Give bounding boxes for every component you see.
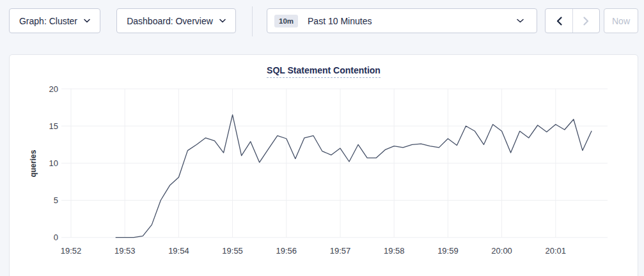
chart-panel: SQL Statement Contention 0510152019:5219…: [9, 54, 638, 276]
time-range-label: Past 10 Minutes: [308, 16, 372, 26]
toolbar-divider: [252, 6, 253, 36]
svg-text:19:54: 19:54: [168, 246, 189, 256]
chevron-down-icon: [219, 19, 226, 23]
time-range-dropdown[interactable]: 10m Past 10 Minutes: [267, 8, 537, 33]
chevron-down-icon: [517, 19, 524, 23]
svg-text:19:57: 19:57: [330, 246, 351, 256]
now-button[interactable]: Now: [604, 8, 638, 33]
svg-text:19:55: 19:55: [222, 246, 243, 256]
svg-text:20:00: 20:00: [491, 246, 512, 256]
page: { "toolbar": { "graph_label": "Graph: Cl…: [0, 0, 644, 276]
svg-text:19:56: 19:56: [276, 246, 297, 256]
dashboard-dropdown-label: Dashboard: Overview: [127, 16, 213, 26]
svg-text:5: 5: [54, 195, 58, 205]
svg-text:0: 0: [54, 233, 58, 242]
time-forward-button[interactable]: [572, 9, 599, 33]
svg-text:20:01: 20:01: [546, 246, 567, 256]
dashboard-dropdown[interactable]: Dashboard: Overview: [116, 8, 236, 33]
svg-text:19:53: 19:53: [114, 246, 136, 256]
svg-text:19:52: 19:52: [61, 246, 82, 256]
chevron-left-icon: [556, 17, 562, 26]
svg-text:10: 10: [49, 158, 58, 168]
svg-text:19:58: 19:58: [384, 246, 405, 256]
toolbar: Graph: Cluster Dashboard: Overview 10m P…: [0, 0, 644, 45]
time-backward-button[interactable]: [546, 9, 572, 33]
chevron-right-icon: [583, 17, 589, 26]
line-chart: 0510152019:5219:5319:5419:5519:5619:5719…: [10, 55, 639, 272]
svg-text:15: 15: [49, 121, 58, 131]
svg-text:20: 20: [49, 84, 58, 94]
time-shift-button-group: [545, 8, 600, 33]
chevron-down-icon: [84, 19, 90, 23]
time-range-badge: 10m: [274, 15, 298, 27]
graph-dropdown[interactable]: Graph: Cluster: [9, 8, 100, 33]
svg-text:queries: queries: [29, 150, 38, 177]
svg-text:19:59: 19:59: [437, 246, 459, 256]
graph-dropdown-label: Graph: Cluster: [19, 16, 77, 26]
